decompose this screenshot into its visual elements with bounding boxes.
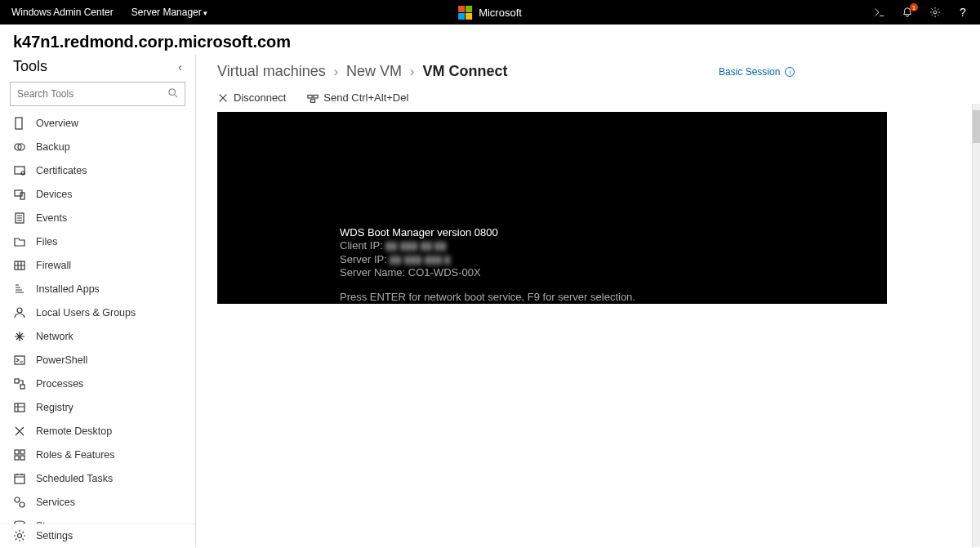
tool-settings[interactable]: Settings (0, 523, 195, 547)
firewall-icon (13, 259, 26, 272)
scrollbar-thumb[interactable] (973, 110, 980, 143)
session-type[interactable]: Basic Session i (719, 66, 795, 78)
chevron-right-icon: › (334, 65, 338, 79)
svg-point-23 (15, 521, 24, 524)
gear-icon[interactable] (929, 7, 941, 18)
breadcrumb: Virtual machines › New VM › VM Connect (217, 63, 964, 80)
app-name[interactable]: Windows Admin Center (11, 7, 114, 18)
console-line: Server IP: ▮▮ ▮▮▮ ▮▮▮ ▮ (340, 253, 887, 266)
tool-certificates[interactable]: Certificates (0, 158, 195, 182)
overview-icon (13, 117, 26, 130)
tool-events[interactable]: Events (0, 206, 195, 229)
server-manager-menu[interactable]: Server Manager (131, 7, 208, 18)
vm-console[interactable]: WDS Boot Manager version 0800 Client IP:… (217, 112, 887, 304)
tool-label: Installed Apps (36, 283, 100, 295)
send-cad-button[interactable]: Send Ctrl+Alt+Del (307, 91, 408, 104)
collapse-sidebar-icon[interactable]: ‹ (178, 60, 182, 74)
svg-rect-5 (15, 167, 24, 174)
tool-label: Local Users & Groups (36, 307, 136, 319)
host-header: k47n1.redmond.corp.microsoft.com (0, 25, 980, 55)
tool-powershell[interactable]: PowerShell (0, 348, 195, 372)
svg-rect-16 (15, 450, 19, 454)
tools-list: Overview Backup Certificates Devices Eve… (0, 111, 195, 523)
tool-label: PowerShell (36, 354, 87, 366)
services-icon (13, 496, 26, 509)
crumb-vm[interactable]: Virtual machines (217, 63, 326, 80)
tool-label: Firewall (36, 260, 71, 271)
console-line: Press ENTER for network boot service, F9… (340, 291, 887, 304)
svg-rect-17 (20, 450, 24, 454)
disconnect-button[interactable]: Disconnect (217, 91, 286, 104)
devices-icon (13, 188, 26, 201)
tool-label: Backup (36, 141, 70, 153)
tool-label: Roles & Features (36, 449, 115, 461)
roles-icon (13, 448, 26, 461)
powershell-tool-icon (13, 354, 26, 367)
tool-storage[interactable]: Storage (0, 514, 195, 523)
svg-point-1 (169, 89, 176, 96)
storage-icon (13, 519, 26, 524)
tool-installed-apps[interactable]: Installed Apps (0, 277, 195, 301)
powershell-icon[interactable] (874, 7, 885, 18)
info-icon: i (785, 67, 795, 77)
tool-local-users[interactable]: Local Users & Groups (0, 301, 195, 324)
svg-rect-2 (16, 118, 22, 129)
crumb-current: VM Connect (422, 63, 507, 80)
svg-rect-13 (15, 379, 19, 383)
tool-roles-features[interactable]: Roles & Features (0, 443, 195, 466)
remote-desktop-icon (13, 425, 26, 438)
help-icon[interactable]: ? (957, 7, 969, 18)
tool-label: Overview (36, 118, 78, 129)
microsoft-logo-icon (458, 6, 472, 20)
tool-firewall[interactable]: Firewall (0, 253, 195, 277)
svg-point-21 (15, 497, 20, 502)
installed-apps-icon (13, 283, 26, 296)
tool-label: Devices (36, 189, 72, 200)
keyboard-icon (307, 92, 318, 104)
command-bar: Disconnect Send Ctrl+Alt+Del (217, 91, 964, 104)
tool-label: Network (36, 331, 74, 342)
tool-backup[interactable]: Backup (0, 135, 195, 158)
svg-rect-14 (20, 385, 24, 389)
tool-services[interactable]: Services (0, 490, 195, 514)
svg-point-0 (933, 11, 937, 14)
tool-scheduled-tasks[interactable]: Scheduled Tasks (0, 466, 195, 490)
tool-overview[interactable]: Overview (0, 111, 195, 135)
svg-point-11 (17, 308, 22, 313)
cmd-label: Disconnect (234, 91, 286, 104)
settings-gear-icon (13, 529, 26, 542)
tool-label: Events (36, 212, 67, 224)
top-bar: Windows Admin Center Server Manager Micr… (0, 0, 980, 25)
svg-rect-25 (308, 95, 312, 98)
svg-point-22 (20, 502, 24, 507)
tool-network[interactable]: Network (0, 324, 195, 348)
notifications-icon[interactable] (902, 7, 913, 18)
svg-rect-15 (15, 403, 24, 412)
registry-icon (13, 401, 26, 414)
brand-text: Microsoft (479, 7, 522, 19)
tool-label: Remote Desktop (36, 425, 112, 437)
tool-label: Scheduled Tasks (36, 473, 113, 484)
tool-devices[interactable]: Devices (0, 182, 195, 206)
tool-label: Certificates (36, 165, 87, 176)
console-line: Server Name: CO1-WDS-00X (340, 266, 887, 279)
network-icon (13, 330, 26, 343)
scrollbar[interactable] (972, 104, 980, 547)
tools-sidebar: Tools ‹ Overview Backup Certificates Dev… (0, 55, 196, 547)
svg-point-24 (18, 534, 22, 538)
session-label: Basic Session (719, 66, 780, 78)
files-icon (13, 235, 26, 248)
tool-label: Services (36, 497, 75, 508)
chevron-right-icon: › (410, 65, 414, 79)
crumb-newvm[interactable]: New VM (346, 63, 402, 80)
search-input[interactable] (10, 82, 185, 106)
console-line: Client IP: ▮▮ ▮▮▮ ▮▮ ▮▮ (340, 239, 887, 252)
tool-processes[interactable]: Processes (0, 372, 195, 395)
backup-icon (13, 140, 26, 154)
events-icon (13, 212, 26, 225)
users-icon (13, 306, 26, 319)
tool-files[interactable]: Files (0, 229, 195, 253)
tool-remote-desktop[interactable]: Remote Desktop (0, 419, 195, 443)
tool-registry[interactable]: Registry (0, 395, 195, 419)
console-line: WDS Boot Manager version 0800 (340, 226, 887, 239)
